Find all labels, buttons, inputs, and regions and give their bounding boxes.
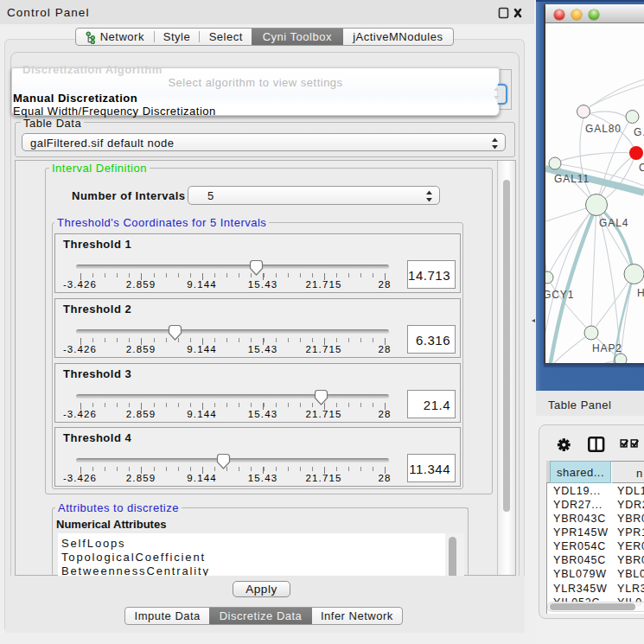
svg-text:G.: G.: [634, 126, 644, 138]
svg-text:GAL11: GAL11: [554, 173, 590, 185]
svg-text:HAP2: HAP2: [592, 342, 622, 354]
svg-text:GAL4: GAL4: [599, 217, 628, 229]
svg-text:GAL80: GAL80: [585, 123, 622, 135]
svg-text:CY: CY: [639, 162, 644, 174]
svg-text:GCY1: GCY1: [545, 289, 574, 301]
svg-text:H: H: [637, 287, 644, 299]
